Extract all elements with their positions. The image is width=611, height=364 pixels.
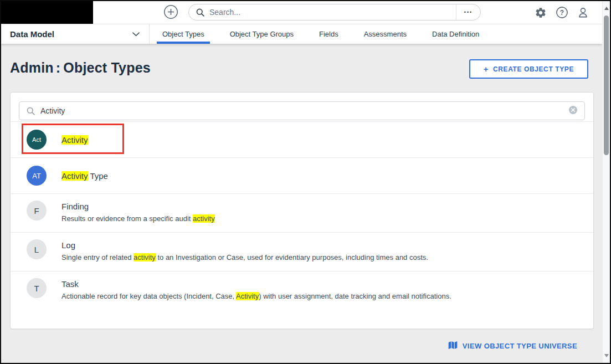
help-icon: ? <box>556 6 568 20</box>
result-description: Results or evidence from a specific audi… <box>61 214 215 223</box>
object-type-avatar: AT <box>27 166 47 186</box>
tab-label: Object Types <box>162 30 204 38</box>
tab-assessments[interactable]: Assessments <box>351 24 419 44</box>
view-object-type-universe-link[interactable]: VIEW OBJECT TYPE UNIVERSE <box>448 341 577 351</box>
result-title: Log <box>61 240 428 250</box>
gear-icon <box>535 7 547 20</box>
result-title: Finding <box>61 201 215 212</box>
text: to an Investigation or Case, used for ev… <box>156 253 428 262</box>
global-search: ••• <box>188 4 481 20</box>
object-type-search <box>19 101 585 120</box>
text: Finding <box>61 202 89 211</box>
object-type-avatar: L <box>27 239 47 259</box>
tab-object-types[interactable]: Object Types <box>150 24 217 44</box>
highlighted-text: Activity <box>61 135 88 145</box>
result-texts: Activity <box>61 135 88 145</box>
clear-search-button[interactable] <box>568 105 578 116</box>
tab-data-definition[interactable]: Data Definition <box>419 24 492 44</box>
result-texts: LogSingle entry of related activity to a… <box>61 239 428 262</box>
result-row[interactable]: TTaskActionable record for key data obje… <box>11 271 593 310</box>
result-texts: TaskActionable record for key data objec… <box>61 278 451 301</box>
scrollbar-thumb[interactable] <box>604 16 609 155</box>
app-window: ••• ? Data Model Object TypesObject <box>0 0 611 364</box>
page-title-separator: : <box>54 60 64 75</box>
logo-area-redacted <box>1 1 93 24</box>
search-icon <box>26 106 35 116</box>
more-dots-icon: ••• <box>464 9 473 15</box>
text: ) with user assignment, date tracking an… <box>259 292 451 300</box>
top-bar: ••• ? <box>1 1 602 24</box>
text: Type <box>88 171 108 181</box>
help-button[interactable]: ? <box>554 6 569 20</box>
result-description: Actionable record for key data objects (… <box>61 292 451 301</box>
object-type-avatar: Act <box>27 130 47 150</box>
result-title: Task <box>61 279 451 289</box>
result-texts: Activity Type <box>61 171 108 181</box>
page-title: Admin:Object Types <box>10 60 151 76</box>
result-row[interactable]: ATActivity Type <box>11 157 593 193</box>
tab-label: Object Type Groups <box>230 30 294 38</box>
map-icon <box>448 341 458 351</box>
result-row[interactable]: LLogSingle entry of related activity to … <box>11 232 593 271</box>
text: Single entry of related <box>61 253 134 262</box>
module-dropdown[interactable]: Data Model <box>1 24 150 44</box>
scroll-down-arrow[interactable] <box>604 354 609 357</box>
text: Log <box>61 240 75 250</box>
chevron-down-icon <box>132 32 140 37</box>
tab-list: Object TypesObject Type GroupsFieldsAsse… <box>150 24 602 44</box>
global-search-input[interactable] <box>209 8 456 17</box>
text: Task <box>61 279 79 289</box>
result-title: Activity <box>61 135 88 145</box>
object-types-panel: ActActivityATActivity TypeFFindingResult… <box>10 92 594 329</box>
result-row[interactable]: FFindingResults or evidence from a speci… <box>11 193 593 232</box>
tab-label: Assessments <box>364 30 407 38</box>
text: Actionable record for key data objects (… <box>61 292 236 300</box>
result-row[interactable]: ActActivity <box>11 121 593 157</box>
object-type-search-input[interactable] <box>40 106 568 115</box>
highlighted-text: activity <box>193 214 215 223</box>
scroll-up-arrow[interactable] <box>604 7 609 10</box>
account-button[interactable] <box>576 6 590 20</box>
tab-label: Fields <box>319 30 338 38</box>
scrollbar[interactable] <box>602 1 610 363</box>
result-list: ActActivityATActivity TypeFFindingResult… <box>11 121 593 310</box>
highlighted-text: activity <box>134 253 156 262</box>
page-title-section: Admin <box>10 60 54 75</box>
object-type-avatar: T <box>27 278 47 298</box>
create-object-type-button[interactable]: + CREATE OBJECT TYPE <box>469 59 588 79</box>
create-object-type-label: CREATE OBJECT TYPE <box>493 65 574 73</box>
tab-object-type-groups[interactable]: Object Type Groups <box>217 24 306 44</box>
search-icon <box>196 8 205 17</box>
object-type-avatar: F <box>27 201 47 221</box>
result-description: Single entry of related activity to an I… <box>61 253 428 262</box>
highlighted-text: Activity <box>236 292 259 300</box>
module-dropdown-label: Data Model <box>10 29 54 39</box>
tab-label: Data Definition <box>432 30 479 38</box>
active-tab-underline <box>157 42 210 44</box>
page-title-name: Object Types <box>63 60 151 75</box>
settings-button[interactable] <box>533 6 548 20</box>
result-title: Activity Type <box>61 171 108 181</box>
page-content: Admin:Object Types + CREATE OBJECT TYPE … <box>1 44 602 363</box>
plus-icon: + <box>484 64 489 74</box>
text: Results or evidence from a specific audi… <box>61 214 193 223</box>
search-options-button[interactable]: ••• <box>456 4 480 20</box>
svg-text:?: ? <box>559 9 563 17</box>
highlighted-text: Activity <box>61 171 88 181</box>
x-circle-icon <box>568 105 578 116</box>
user-icon <box>577 6 589 20</box>
view-object-type-universe-label: VIEW OBJECT TYPE UNIVERSE <box>463 342 577 350</box>
nav-bar: Data Model Object TypesObject Type Group… <box>1 24 602 44</box>
tab-fields[interactable]: Fields <box>306 24 351 44</box>
add-button[interactable] <box>163 5 178 20</box>
plus-circle-icon <box>163 4 178 21</box>
result-texts: FindingResults or evidence from a specif… <box>61 201 215 223</box>
